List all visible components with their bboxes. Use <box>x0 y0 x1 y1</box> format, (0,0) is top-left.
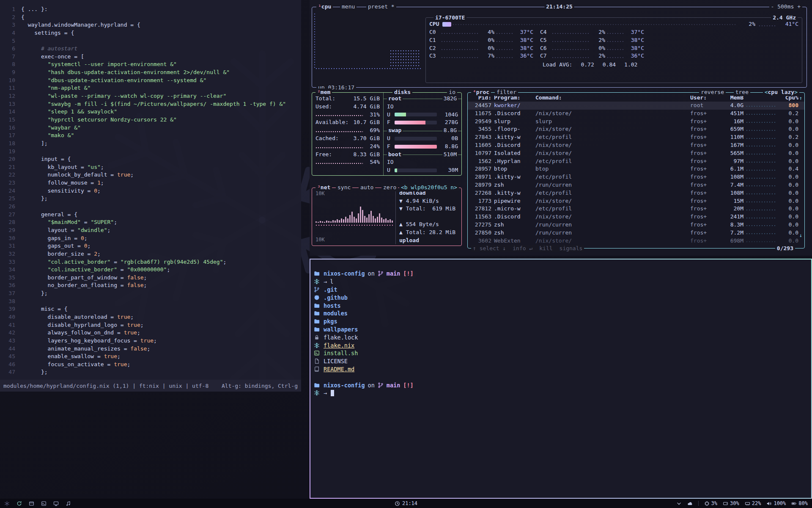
proc-row[interactable]: 27275zsh/run/currenfros+8.3M0.0 <box>468 221 804 229</box>
file-row[interactable]: .git <box>314 286 807 294</box>
code-line[interactable]: 28 "$mainMod" = "SUPER"; <box>0 218 301 226</box>
code-line[interactable]: 41 disable_hyprland_logo = true; <box>0 321 301 329</box>
file-row[interactable]: flake.nix <box>314 341 807 349</box>
code-line[interactable]: 10 "dbus-update-activation-environment -… <box>0 77 301 85</box>
proc-footer-hint[interactable]: signals <box>560 245 583 252</box>
proc-row[interactable]: 10797Isolated/nix/store/fros+565M0.0 <box>468 149 804 157</box>
launcher-icon[interactable] <box>4 501 10 506</box>
proc-footer-hint[interactable]: info ↵ <box>513 245 532 252</box>
proc-scroll-up[interactable]: ↑ <box>799 94 802 102</box>
proc-row[interactable]: 11605.Discord/nix/store/fros+167M0.0 <box>468 141 804 149</box>
net-interface[interactable]: <b wlp0s20f0u5 n> <box>399 184 459 191</box>
code-line[interactable]: 18 ]; <box>0 140 301 148</box>
cpu-box-title[interactable]: ¹cpu <box>316 3 333 11</box>
file-row[interactable]: wallpapers <box>314 326 807 334</box>
code-line[interactable]: 46 focus_on_activate = true; <box>0 361 301 369</box>
mem-box-title[interactable]: ²mem <box>315 88 332 96</box>
code-line[interactable]: 12 "wl-paste --primary --watch wl-copy -… <box>0 92 301 100</box>
code-line[interactable]: 15 "hyprctl setcursor Nordzy-cursors 22 … <box>0 116 301 124</box>
file-row[interactable]: hosts <box>314 301 807 309</box>
taskbar-cloud-indicator[interactable] <box>687 501 693 506</box>
code-line[interactable]: 2{ <box>0 14 301 22</box>
io-mode-toggle[interactable]: io <box>447 88 457 96</box>
code-line[interactable]: 5 <box>0 37 301 45</box>
proc-filter-button[interactable]: filter <box>495 88 518 96</box>
code-line[interactable]: 25 }; <box>0 195 301 203</box>
proc-row[interactable]: 28971.kitty-w/etc/profilfros+108M0.0 <box>468 173 804 181</box>
preset-button[interactable]: preset * <box>366 3 396 11</box>
taskbar-chevron-down-indicator[interactable] <box>676 501 682 506</box>
menu-button[interactable]: menu <box>340 3 357 11</box>
code-line[interactable]: 38 <box>0 298 301 306</box>
taskbar-disk-indicator[interactable]: 30% <box>723 500 739 506</box>
window-icon[interactable] <box>29 501 34 506</box>
code-line[interactable]: 34 "col.inactive_border" = "0x00000000"; <box>0 266 301 274</box>
code-line[interactable]: 4 settings = { <box>0 29 301 37</box>
code-line[interactable]: 21 kb_layout = "us"; <box>0 163 301 171</box>
code-line[interactable]: 32 border_size = 2; <box>0 250 301 258</box>
taskbar-ram-indicator[interactable]: 22% <box>745 500 761 506</box>
code-line[interactable]: 31 gaps_out = 0; <box>0 242 301 250</box>
terminal-icon[interactable] <box>41 501 47 506</box>
code-line[interactable]: 9 "hash dbus-update-activation-environme… <box>0 69 301 77</box>
net-box-title[interactable]: ³net <box>315 184 332 191</box>
net-mode-zero[interactable]: zero <box>381 184 398 191</box>
code-line[interactable]: 37 }; <box>0 290 301 298</box>
taskbar-battery-indicator[interactable]: 80% <box>791 500 808 506</box>
proc-row[interactable]: 3602WebExten/nix/store/fros+698M0.0 <box>468 237 804 245</box>
code-line[interactable]: 27 general = { <box>0 211 301 219</box>
code-line[interactable]: 14 "sleep 1 && swaylock" <box>0 108 301 116</box>
code-line[interactable]: 7 exec-once = [ <box>0 53 301 61</box>
code-line[interactable]: 36 no_border_on_floating = false; <box>0 282 301 290</box>
code-line[interactable]: 39 misc = { <box>0 305 301 313</box>
proc-tree-button[interactable]: tree <box>734 88 750 96</box>
music-icon[interactable] <box>66 501 71 506</box>
code-line[interactable]: 16 "waybar &" <box>0 124 301 132</box>
file-row[interactable]: README.md <box>314 365 807 373</box>
code-line[interactable]: 40 disable_autoreload = true; <box>0 313 301 321</box>
code-line[interactable]: 22 numlock_by_default = true; <box>0 171 301 179</box>
code-line[interactable]: 33 "col.active_border" = "rgb(cba6f7) rg… <box>0 258 301 266</box>
proc-row[interactable]: 28957btopbtopfros+6.1M0.4 <box>468 165 804 173</box>
code-line[interactable]: 20 input = { <box>0 155 301 163</box>
code-line[interactable]: 24 sensitivity = 0; <box>0 187 301 195</box>
proc-row[interactable]: 28979zsh/run/currenfros+7.4M0.0 <box>468 181 804 189</box>
proc-scroll-down[interactable]: ↓ <box>799 232 802 240</box>
proc-footer-hint[interactable]: ↑ select ↓ <box>473 245 506 252</box>
code-line[interactable]: 17 "mako &" <box>0 132 301 140</box>
code-line[interactable]: 6 # autostart <box>0 45 301 53</box>
code-line[interactable]: 43 layers_hog_keyboard_focus = true; <box>0 337 301 345</box>
code-line[interactable]: 3 wayland.windowManager.hyprland = { <box>0 21 301 29</box>
taskbar-cpu-indicator[interactable]: 3% <box>704 500 717 506</box>
code-line[interactable]: 23 follow_mouse = 1; <box>0 179 301 187</box>
code-line[interactable]: 11 "nm-applet &" <box>0 84 301 92</box>
code-area[interactable]: 1{ ... }:2{3 wayland.windowManager.hyprl… <box>0 0 301 376</box>
proc-sort-selector[interactable]: <cpu lazy> <box>763 88 799 96</box>
command-line-active[interactable]: → <box>314 389 807 397</box>
proc-row[interactable]: 27268.kitty-w/etc/profilfros+108M0.0 <box>468 189 804 197</box>
file-row[interactable]: install.sh <box>314 349 807 357</box>
code-line[interactable]: 35 border_part_of_window = false; <box>0 274 301 282</box>
file-row[interactable]: flake.lock <box>314 333 807 341</box>
proc-box-title[interactable]: ⁴proc <box>471 88 491 96</box>
code-line[interactable]: 44 animate_manual_resizes = false; <box>0 345 301 353</box>
proc-row[interactable]: 27812.micro-w/etc/profilfros+20M0.0 <box>468 205 804 213</box>
file-row[interactable]: LICENSE <box>314 357 807 365</box>
code-line[interactable]: 1{ ... }: <box>0 6 301 14</box>
proc-reverse-button[interactable]: reverse <box>699 88 726 96</box>
code-line[interactable]: 13 "swaybg -m fill -i $(find ~/Pictures/… <box>0 100 301 108</box>
file-row[interactable]: pkgs <box>314 318 807 326</box>
code-line[interactable]: 29 layout = "dwindle"; <box>0 226 301 235</box>
proc-row[interactable]: 27843.kitty-w/etc/profilfros+110M0.2 <box>468 133 804 141</box>
refresh-icon[interactable] <box>16 501 22 506</box>
code-line[interactable]: 30 gaps_in = 0; <box>0 235 301 243</box>
file-row[interactable]: .github <box>314 293 807 301</box>
proc-row[interactable]: 24457kworker/root4.0G800 <box>468 102 804 110</box>
proc-row[interactable]: 11675.Discord/nix/store/fros+451M0.2 <box>468 110 804 118</box>
proc-row[interactable]: 1773pipewire/nix/store/fros+15M0.0 <box>468 197 804 205</box>
proc-column-header[interactable]: Command: <box>535 94 688 102</box>
net-mode-sync[interactable]: sync <box>336 184 352 191</box>
code-line[interactable]: 26 <box>0 203 301 211</box>
proc-footer-hint[interactable]: kill <box>539 245 552 252</box>
file-row[interactable]: modules <box>314 309 807 318</box>
